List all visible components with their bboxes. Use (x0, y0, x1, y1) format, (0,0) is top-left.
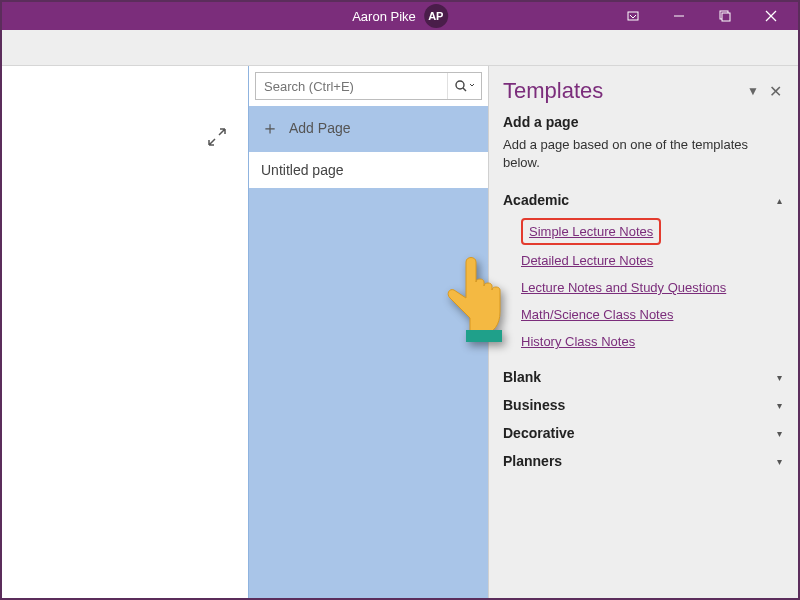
chevron-up-icon: ▴ (777, 195, 782, 206)
pane-options-button[interactable]: ▼ (747, 84, 759, 98)
ribbon-area (2, 30, 798, 66)
page-item[interactable]: Untitled page (249, 152, 488, 188)
add-page-label: Add Page (289, 120, 351, 136)
note-canvas[interactable] (2, 66, 248, 598)
add-page-button[interactable]: ＋ Add Page (249, 106, 488, 150)
add-page-description: Add a page based on one of the templates… (503, 136, 782, 172)
avatar[interactable]: AP (424, 4, 448, 28)
search-row (249, 66, 488, 106)
category-decorative[interactable]: Decorative ▾ (503, 419, 782, 447)
svg-rect-3 (722, 13, 730, 21)
templates-title: Templates (503, 78, 737, 104)
template-math-science-notes[interactable]: Math/Science Class Notes (521, 301, 782, 328)
plus-icon: ＋ (261, 116, 279, 140)
svg-point-6 (456, 81, 464, 89)
highlighted-template: Simple Lecture Notes (521, 218, 661, 245)
user-name: Aaron Pike (352, 9, 416, 24)
ribbon-display-button[interactable] (610, 2, 656, 30)
templates-pane: Templates ▼ ✕ Add a page Add a page base… (488, 66, 798, 598)
svg-line-7 (463, 88, 466, 91)
title-bar: Aaron Pike AP (2, 2, 798, 30)
search-box[interactable] (255, 72, 482, 100)
minimize-button[interactable] (656, 2, 702, 30)
svg-rect-0 (628, 12, 638, 20)
svg-rect-8 (466, 330, 502, 342)
search-input[interactable] (256, 79, 447, 94)
template-lecture-notes-study-questions[interactable]: Lecture Notes and Study Questions (521, 274, 782, 301)
template-simple-lecture-notes[interactable]: Simple Lecture Notes (529, 222, 653, 241)
category-blank[interactable]: Blank ▾ (503, 363, 782, 391)
template-detailed-lecture-notes[interactable]: Detailed Lecture Notes (521, 247, 782, 274)
academic-template-list: Simple Lecture Notes Detailed Lecture No… (503, 214, 782, 363)
close-pane-button[interactable]: ✕ (769, 82, 782, 101)
chevron-down-icon: ▾ (777, 428, 782, 439)
category-academic[interactable]: Academic ▴ (503, 186, 782, 214)
pointer-hand-icon (432, 242, 522, 346)
chevron-down-icon: ▾ (777, 400, 782, 411)
expand-icon[interactable] (206, 126, 228, 152)
search-icon[interactable] (447, 73, 481, 99)
category-business[interactable]: Business ▾ (503, 391, 782, 419)
workspace: ＋ Add Page Untitled page Templates ▼ ✕ A… (2, 66, 798, 598)
category-planners[interactable]: Planners ▾ (503, 447, 782, 475)
chevron-down-icon: ▾ (777, 372, 782, 383)
add-page-heading: Add a page (503, 114, 782, 130)
maximize-button[interactable] (702, 2, 748, 30)
chevron-down-icon: ▾ (777, 456, 782, 467)
close-button[interactable] (748, 2, 794, 30)
template-history-class-notes[interactable]: History Class Notes (521, 328, 782, 355)
